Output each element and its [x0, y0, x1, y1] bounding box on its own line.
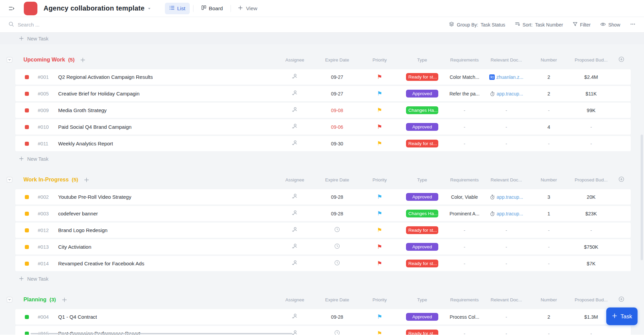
- more-menu-button[interactable]: [630, 21, 636, 28]
- table-row[interactable]: #001Q2 Regional Activation Campaign Resu…: [15, 69, 631, 85]
- number-cell[interactable]: -: [527, 261, 571, 266]
- add-task-to-group-icon[interactable]: [84, 177, 89, 183]
- assignee-cell[interactable]: [274, 260, 316, 267]
- group-by-control[interactable]: Group By: Task Status: [449, 21, 505, 28]
- new-task-button[interactable]: New Task: [0, 33, 644, 44]
- type-cell[interactable]: Approved: [401, 313, 443, 321]
- assignee-cell[interactable]: [274, 193, 316, 201]
- relevant-doc-cell[interactable]: -: [486, 331, 527, 335]
- type-cell[interactable]: Ready for st...: [401, 260, 443, 267]
- table-row[interactable]: #003codefever banner09-28⚑Changes Ha...P…: [15, 206, 631, 221]
- expire-date-cell[interactable]: [316, 226, 358, 234]
- task-title[interactable]: Weekly Analytics Report: [58, 141, 113, 146]
- add-task-to-group-icon[interactable]: [80, 57, 86, 63]
- assignee-cell[interactable]: [274, 210, 316, 217]
- relevant-doc-link[interactable]: zhuanlan.z...: [489, 74, 523, 80]
- proposed-budget-cell[interactable]: $7K: [571, 261, 612, 266]
- table-row[interactable]: #010Paid Social Q4 Brand Campaign09-06⚑A…: [15, 119, 631, 135]
- table-row[interactable]: #009Media Groth Strategy09-08⚑Changes Ha…: [15, 103, 631, 118]
- workspace-logo[interactable]: [24, 2, 37, 15]
- priority-cell[interactable]: ⚑: [358, 211, 401, 216]
- proposed-budget-cell[interactable]: $750K: [571, 244, 612, 250]
- task-status-dot[interactable]: [25, 315, 29, 319]
- add-column-icon[interactable]: [618, 176, 624, 183]
- new-task-button[interactable]: New Task: [0, 154, 644, 164]
- add-column-icon[interactable]: [618, 56, 624, 64]
- task-title[interactable]: Q1 - Q4 Contract: [58, 314, 97, 320]
- table-row[interactable]: #012Brand Logo Redesign⚑Ready for st...-…: [15, 223, 631, 238]
- sidebar-toggle-icon[interactable]: [8, 5, 15, 12]
- number-cell[interactable]: -: [527, 331, 571, 335]
- add-task-to-group-icon[interactable]: [62, 297, 67, 303]
- show-control[interactable]: Show: [600, 21, 620, 28]
- table-row[interactable]: #014Revamped Creative for Facebook Ads⚑R…: [15, 256, 631, 271]
- proposed-budget-cell[interactable]: $2.4M: [571, 74, 612, 80]
- type-cell[interactable]: Changes Ha...: [401, 106, 443, 114]
- requirements-cell[interactable]: -: [443, 228, 486, 233]
- horizontal-scrollbar[interactable]: [31, 333, 292, 334]
- priority-cell[interactable]: ⚑: [358, 107, 401, 113]
- assignee-cell[interactable]: [274, 140, 316, 147]
- relevant-doc-cell[interactable]: -: [486, 108, 527, 113]
- priority-cell[interactable]: ⚑: [358, 74, 401, 80]
- number-cell[interactable]: 2: [527, 74, 571, 80]
- type-cell[interactable]: Approved: [401, 90, 443, 98]
- task-title[interactable]: City Activiation: [58, 244, 91, 250]
- task-status-dot[interactable]: [25, 92, 29, 96]
- relevant-doc-cell[interactable]: zhuanlan.z...: [486, 74, 527, 80]
- search-input[interactable]: [18, 22, 160, 28]
- number-cell[interactable]: -: [527, 108, 571, 113]
- expire-date-cell[interactable]: [316, 260, 358, 267]
- proposed-budget-cell[interactable]: $1.3M: [571, 314, 612, 320]
- collapse-chevron-icon[interactable]: [7, 177, 12, 182]
- proposed-budget-cell[interactable]: -: [571, 331, 612, 335]
- task-title[interactable]: Creative Brief for Holiday Campagin: [58, 91, 139, 96]
- table-row[interactable]: #013City Activiation⚑Approved---$750K: [15, 239, 631, 254]
- relevant-doc-cell[interactable]: app.tracup...: [486, 194, 527, 200]
- table-row[interactable]: #005Creative Brief for Holiday Campagin0…: [15, 86, 631, 101]
- relevant-doc-cell[interactable]: app.tracup...: [486, 211, 527, 216]
- task-title[interactable]: Media Groth Strategy: [58, 107, 107, 113]
- assignee-cell[interactable]: [274, 243, 316, 251]
- proposed-budget-cell[interactable]: $23K: [571, 211, 612, 216]
- relevant-doc-link[interactable]: app.tracup...: [490, 211, 523, 216]
- expire-date-cell[interactable]: [316, 243, 358, 251]
- tab-list[interactable]: List: [165, 3, 190, 14]
- requirements-cell[interactable]: -: [443, 141, 486, 146]
- task-status-dot[interactable]: [25, 212, 29, 216]
- table-row[interactable]: #002Youtube Pre-Roll Video Strategy09-28…: [15, 189, 631, 205]
- relevant-doc-cell[interactable]: -: [486, 244, 527, 250]
- relevant-doc-cell[interactable]: -: [486, 314, 527, 320]
- number-cell[interactable]: -: [527, 141, 571, 146]
- proposed-budget-cell[interactable]: 20K: [571, 194, 612, 200]
- type-cell[interactable]: Approved: [401, 243, 443, 251]
- priority-cell[interactable]: ⚑: [358, 124, 401, 130]
- add-column-icon[interactable]: [618, 296, 624, 303]
- new-task-button[interactable]: New Task: [0, 274, 644, 284]
- proposed-budget-cell[interactable]: 99K: [571, 108, 612, 113]
- expire-date-cell[interactable]: 09-08: [316, 108, 358, 113]
- expire-date-cell[interactable]: 09-27: [316, 74, 358, 80]
- type-cell[interactable]: Approved: [401, 193, 443, 201]
- requirements-cell[interactable]: Refer the pa...: [443, 91, 486, 96]
- task-title[interactable]: codefever banner: [58, 211, 98, 216]
- proposed-budget-cell[interactable]: -: [571, 124, 612, 130]
- task-status-dot[interactable]: [25, 108, 29, 112]
- requirements-cell[interactable]: Color, Viable: [443, 194, 486, 200]
- assignee-cell[interactable]: [274, 313, 316, 321]
- task-status-dot[interactable]: [25, 142, 29, 146]
- number-cell[interactable]: -: [527, 228, 571, 233]
- proposed-budget-cell[interactable]: -: [571, 228, 612, 233]
- task-title[interactable]: Revamped Creative for Facebook Ads: [58, 261, 144, 266]
- requirements-cell[interactable]: -: [443, 331, 486, 335]
- priority-cell[interactable]: ⚑: [358, 244, 401, 250]
- type-cell[interactable]: Ready for st...: [401, 330, 443, 335]
- priority-cell[interactable]: ⚑: [358, 227, 401, 233]
- proposed-budget-cell[interactable]: $11K: [571, 91, 612, 96]
- requirements-cell[interactable]: -: [443, 124, 486, 130]
- relevant-doc-link[interactable]: app.tracup...: [490, 194, 523, 200]
- assignee-cell[interactable]: [274, 73, 316, 81]
- task-title[interactable]: Brand Logo Redesign: [58, 227, 107, 233]
- assignee-cell[interactable]: [274, 123, 316, 131]
- assignee-cell[interactable]: [274, 226, 316, 234]
